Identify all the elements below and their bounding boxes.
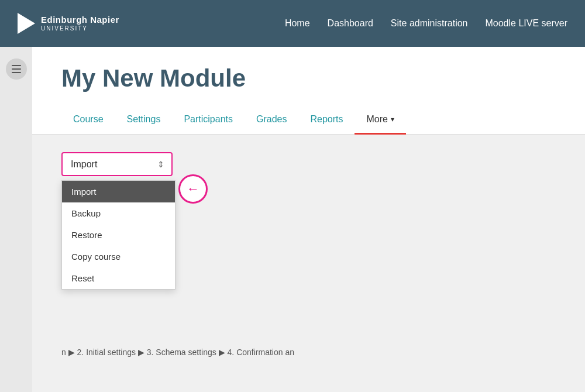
import-select[interactable]: Import Backup Restore Copy course Reset — [63, 153, 171, 175]
page-title: My New Module — [61, 64, 556, 92]
hamburger-line-2 — [12, 68, 21, 70]
nav-links: Home Dashboard Site administration Moodl… — [285, 18, 567, 29]
content-area: Import Backup Restore Copy course Reset … — [32, 135, 585, 392]
nav-moodle-live[interactable]: Moodle LIVE server — [485, 18, 567, 29]
arrow-left-icon: ← — [187, 183, 199, 195]
tab-more[interactable]: More ▾ — [355, 107, 405, 135]
breadcrumb: n ▶ 2. Initial settings ▶ 3. Schema sett… — [61, 348, 585, 357]
top-navigation: Edinburgh Napier UNIVERSITY Home Dashboa… — [0, 0, 585, 47]
dropdown-menu: Import Backup Restore Copy course Reset — [61, 180, 176, 290]
more-label: More — [366, 114, 387, 125]
chevron-down-icon: ▾ — [391, 115, 394, 123]
hamburger-line-3 — [12, 72, 21, 73]
tab-grades[interactable]: Grades — [245, 107, 298, 135]
main-layout: My New Module Course Settings Participan… — [0, 47, 585, 392]
hamburger-button[interactable] — [6, 59, 27, 80]
dropdown-item-reset[interactable]: Reset — [62, 267, 175, 289]
tab-participants[interactable]: Participants — [172, 107, 245, 135]
tab-course[interactable]: Course — [61, 107, 115, 135]
arrow-indicator: ← — [178, 174, 208, 204]
dropdown-item-backup[interactable]: Backup — [62, 202, 175, 224]
nav-dashboard[interactable]: Dashboard — [328, 18, 373, 29]
hamburger-line-1 — [12, 65, 21, 66]
import-select-wrapper[interactable]: Import Backup Restore Copy course Reset … — [61, 152, 173, 176]
tab-reports[interactable]: Reports — [298, 107, 355, 135]
nav-home[interactable]: Home — [285, 18, 310, 29]
dropdown-item-import[interactable]: Import — [62, 181, 175, 202]
university-sub: UNIVERSITY — [41, 25, 119, 32]
main-content: My New Module Course Settings Participan… — [32, 47, 585, 392]
sidebar-toggle-area — [0, 47, 32, 392]
university-name: Edinburgh Napier — [41, 15, 119, 25]
logo-area[interactable]: Edinburgh Napier UNIVERSITY — [18, 13, 119, 34]
tab-settings[interactable]: Settings — [115, 107, 173, 135]
logo-arrow-icon — [18, 13, 35, 34]
tab-bar: Course Settings Participants Grades Repo… — [32, 107, 585, 135]
page-title-area: My New Module — [32, 47, 585, 107]
nav-site-admin[interactable]: Site administration — [391, 18, 468, 29]
dropdown-item-restore[interactable]: Restore — [62, 224, 175, 246]
dropdown-item-copy-course[interactable]: Copy course — [62, 246, 175, 267]
logo-text: Edinburgh Napier UNIVERSITY — [41, 15, 119, 32]
